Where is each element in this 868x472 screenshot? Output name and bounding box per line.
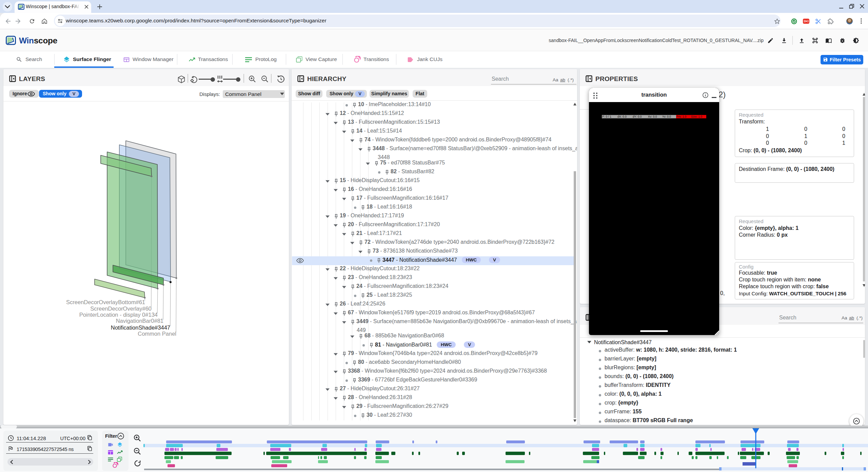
svg-text:PointerLocation - display 0#13: PointerLocation - display 0#134 xyxy=(79,312,158,318)
svg-text:ScreenDecorOverlayBottom#61: ScreenDecorOverlayBottom#61 xyxy=(66,299,145,305)
svg-text:ScreenDecorOverlay#60: ScreenDecorOverlay#60 xyxy=(90,306,152,312)
svg-text:NavigationBar0#81: NavigationBar0#81 xyxy=(116,318,163,324)
svg-text:NotificationShade#3447: NotificationShade#3447 xyxy=(111,324,170,331)
svg-text:Common Panel: Common Panel xyxy=(138,331,176,337)
